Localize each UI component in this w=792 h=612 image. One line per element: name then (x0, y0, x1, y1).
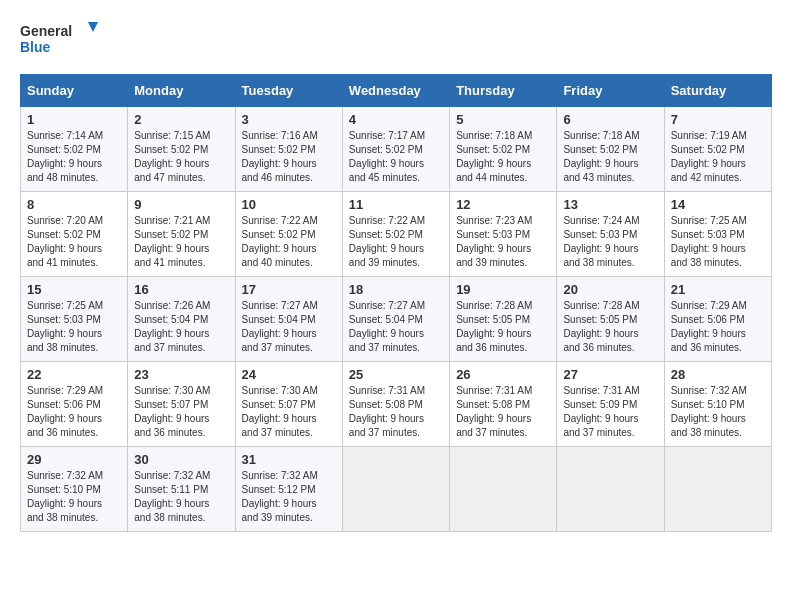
logo-svg: General Blue (20, 20, 100, 60)
day-number: 15 (27, 282, 121, 297)
col-thursday: Thursday (450, 75, 557, 107)
day-info: Sunrise: 7:30 AM Sunset: 5:07 PM Dayligh… (134, 384, 228, 440)
day-info: Sunrise: 7:27 AM Sunset: 5:04 PM Dayligh… (349, 299, 443, 355)
day-number: 16 (134, 282, 228, 297)
calendar-week-5: 29Sunrise: 7:32 AM Sunset: 5:10 PM Dayli… (21, 447, 772, 532)
calendar-cell: 14Sunrise: 7:25 AM Sunset: 5:03 PM Dayli… (664, 192, 771, 277)
day-info: Sunrise: 7:23 AM Sunset: 5:03 PM Dayligh… (456, 214, 550, 270)
col-sunday: Sunday (21, 75, 128, 107)
calendar-cell: 22Sunrise: 7:29 AM Sunset: 5:06 PM Dayli… (21, 362, 128, 447)
day-info: Sunrise: 7:30 AM Sunset: 5:07 PM Dayligh… (242, 384, 336, 440)
calendar-cell: 5Sunrise: 7:18 AM Sunset: 5:02 PM Daylig… (450, 107, 557, 192)
calendar-cell: 24Sunrise: 7:30 AM Sunset: 5:07 PM Dayli… (235, 362, 342, 447)
calendar-cell: 20Sunrise: 7:28 AM Sunset: 5:05 PM Dayli… (557, 277, 664, 362)
day-info: Sunrise: 7:32 AM Sunset: 5:10 PM Dayligh… (671, 384, 765, 440)
day-info: Sunrise: 7:28 AM Sunset: 5:05 PM Dayligh… (563, 299, 657, 355)
calendar-cell: 15Sunrise: 7:25 AM Sunset: 5:03 PM Dayli… (21, 277, 128, 362)
day-number: 24 (242, 367, 336, 382)
calendar-cell: 23Sunrise: 7:30 AM Sunset: 5:07 PM Dayli… (128, 362, 235, 447)
day-number: 28 (671, 367, 765, 382)
calendar-cell: 13Sunrise: 7:24 AM Sunset: 5:03 PM Dayli… (557, 192, 664, 277)
day-number: 10 (242, 197, 336, 212)
day-info: Sunrise: 7:29 AM Sunset: 5:06 PM Dayligh… (27, 384, 121, 440)
day-info: Sunrise: 7:21 AM Sunset: 5:02 PM Dayligh… (134, 214, 228, 270)
day-number: 11 (349, 197, 443, 212)
day-info: Sunrise: 7:32 AM Sunset: 5:11 PM Dayligh… (134, 469, 228, 525)
svg-text:Blue: Blue (20, 39, 51, 55)
day-number: 12 (456, 197, 550, 212)
calendar-cell: 4Sunrise: 7:17 AM Sunset: 5:02 PM Daylig… (342, 107, 449, 192)
day-info: Sunrise: 7:29 AM Sunset: 5:06 PM Dayligh… (671, 299, 765, 355)
day-info: Sunrise: 7:22 AM Sunset: 5:02 PM Dayligh… (349, 214, 443, 270)
day-number: 30 (134, 452, 228, 467)
day-info: Sunrise: 7:31 AM Sunset: 5:08 PM Dayligh… (456, 384, 550, 440)
calendar-cell (450, 447, 557, 532)
day-info: Sunrise: 7:32 AM Sunset: 5:12 PM Dayligh… (242, 469, 336, 525)
calendar-cell (557, 447, 664, 532)
calendar-cell: 17Sunrise: 7:27 AM Sunset: 5:04 PM Dayli… (235, 277, 342, 362)
logo-text: General Blue (20, 20, 100, 64)
day-info: Sunrise: 7:31 AM Sunset: 5:08 PM Dayligh… (349, 384, 443, 440)
col-friday: Friday (557, 75, 664, 107)
day-number: 25 (349, 367, 443, 382)
col-tuesday: Tuesday (235, 75, 342, 107)
calendar-cell: 3Sunrise: 7:16 AM Sunset: 5:02 PM Daylig… (235, 107, 342, 192)
day-number: 7 (671, 112, 765, 127)
day-info: Sunrise: 7:18 AM Sunset: 5:02 PM Dayligh… (456, 129, 550, 185)
day-info: Sunrise: 7:27 AM Sunset: 5:04 PM Dayligh… (242, 299, 336, 355)
calendar-cell (664, 447, 771, 532)
day-info: Sunrise: 7:17 AM Sunset: 5:02 PM Dayligh… (349, 129, 443, 185)
day-number: 19 (456, 282, 550, 297)
calendar-cell: 27Sunrise: 7:31 AM Sunset: 5:09 PM Dayli… (557, 362, 664, 447)
day-info: Sunrise: 7:32 AM Sunset: 5:10 PM Dayligh… (27, 469, 121, 525)
calendar-week-4: 22Sunrise: 7:29 AM Sunset: 5:06 PM Dayli… (21, 362, 772, 447)
header: General Blue (20, 20, 772, 64)
col-wednesday: Wednesday (342, 75, 449, 107)
calendar-cell: 30Sunrise: 7:32 AM Sunset: 5:11 PM Dayli… (128, 447, 235, 532)
calendar-cell: 18Sunrise: 7:27 AM Sunset: 5:04 PM Dayli… (342, 277, 449, 362)
calendar-week-3: 15Sunrise: 7:25 AM Sunset: 5:03 PM Dayli… (21, 277, 772, 362)
calendar-week-2: 8Sunrise: 7:20 AM Sunset: 5:02 PM Daylig… (21, 192, 772, 277)
calendar-week-1: 1Sunrise: 7:14 AM Sunset: 5:02 PM Daylig… (21, 107, 772, 192)
day-info: Sunrise: 7:19 AM Sunset: 5:02 PM Dayligh… (671, 129, 765, 185)
day-info: Sunrise: 7:28 AM Sunset: 5:05 PM Dayligh… (456, 299, 550, 355)
day-info: Sunrise: 7:14 AM Sunset: 5:02 PM Dayligh… (27, 129, 121, 185)
calendar-cell: 10Sunrise: 7:22 AM Sunset: 5:02 PM Dayli… (235, 192, 342, 277)
calendar-cell: 8Sunrise: 7:20 AM Sunset: 5:02 PM Daylig… (21, 192, 128, 277)
day-number: 23 (134, 367, 228, 382)
calendar-cell: 28Sunrise: 7:32 AM Sunset: 5:10 PM Dayli… (664, 362, 771, 447)
day-number: 3 (242, 112, 336, 127)
calendar-cell: 31Sunrise: 7:32 AM Sunset: 5:12 PM Dayli… (235, 447, 342, 532)
calendar-cell: 1Sunrise: 7:14 AM Sunset: 5:02 PM Daylig… (21, 107, 128, 192)
day-info: Sunrise: 7:25 AM Sunset: 5:03 PM Dayligh… (671, 214, 765, 270)
calendar-cell: 11Sunrise: 7:22 AM Sunset: 5:02 PM Dayli… (342, 192, 449, 277)
day-number: 18 (349, 282, 443, 297)
calendar-cell: 12Sunrise: 7:23 AM Sunset: 5:03 PM Dayli… (450, 192, 557, 277)
day-info: Sunrise: 7:15 AM Sunset: 5:02 PM Dayligh… (134, 129, 228, 185)
day-info: Sunrise: 7:20 AM Sunset: 5:02 PM Dayligh… (27, 214, 121, 270)
calendar-cell: 29Sunrise: 7:32 AM Sunset: 5:10 PM Dayli… (21, 447, 128, 532)
day-number: 27 (563, 367, 657, 382)
calendar-table: Sunday Monday Tuesday Wednesday Thursday… (20, 74, 772, 532)
day-number: 20 (563, 282, 657, 297)
svg-text:General: General (20, 23, 72, 39)
day-number: 4 (349, 112, 443, 127)
calendar-cell (342, 447, 449, 532)
day-number: 6 (563, 112, 657, 127)
day-info: Sunrise: 7:16 AM Sunset: 5:02 PM Dayligh… (242, 129, 336, 185)
day-number: 2 (134, 112, 228, 127)
calendar-cell: 25Sunrise: 7:31 AM Sunset: 5:08 PM Dayli… (342, 362, 449, 447)
day-number: 14 (671, 197, 765, 212)
day-info: Sunrise: 7:25 AM Sunset: 5:03 PM Dayligh… (27, 299, 121, 355)
day-number: 22 (27, 367, 121, 382)
day-number: 13 (563, 197, 657, 212)
calendar-cell: 19Sunrise: 7:28 AM Sunset: 5:05 PM Dayli… (450, 277, 557, 362)
calendar-cell: 16Sunrise: 7:26 AM Sunset: 5:04 PM Dayli… (128, 277, 235, 362)
day-number: 1 (27, 112, 121, 127)
day-number: 31 (242, 452, 336, 467)
logo: General Blue (20, 20, 100, 64)
calendar-cell: 21Sunrise: 7:29 AM Sunset: 5:06 PM Dayli… (664, 277, 771, 362)
col-monday: Monday (128, 75, 235, 107)
day-info: Sunrise: 7:18 AM Sunset: 5:02 PM Dayligh… (563, 129, 657, 185)
calendar-cell: 2Sunrise: 7:15 AM Sunset: 5:02 PM Daylig… (128, 107, 235, 192)
